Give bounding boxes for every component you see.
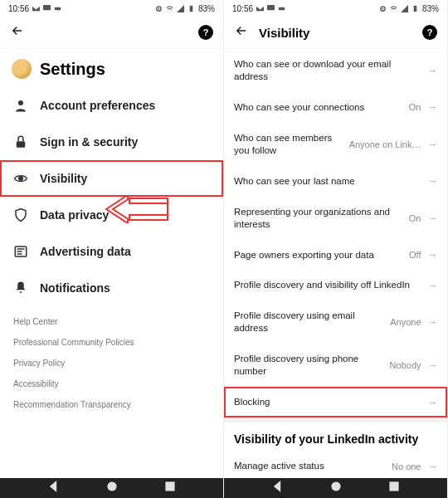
row-value: On [409,213,421,223]
nav-label: Data privacy [40,208,109,222]
help-icon[interactable]: ? [422,25,437,40]
row-representing-orgs[interactable]: Representing your organizations and inte… [224,197,447,240]
row-blocking[interactable]: Blocking → [224,387,447,417]
row-discovery-email[interactable]: Profile discovery using email address An… [224,300,447,344]
row-value: No one [392,461,421,471]
chevron-right-icon: → [428,398,438,408]
more-icon [278,5,285,12]
row-page-owners-export[interactable]: Page owners exporting your data Off → [224,240,447,271]
chat-icon [267,5,275,12]
svg-rect-10 [166,481,175,491]
back-icon[interactable] [234,23,249,42]
settings-content: Settings Account preferences Sign in & s… [0,49,223,478]
status-bar: 10:56 83% [0,0,223,17]
chevron-right-icon: → [428,66,438,76]
chevron-right-icon: → [428,360,438,370]
link-privacy-policy[interactable]: Privacy Policy [13,353,210,374]
circle-icon [379,5,387,12]
status-bar: 10:56 83% [224,0,447,17]
battery-pct: 83% [422,4,439,13]
nav-item-advertising-data[interactable]: Advertising data [0,233,223,270]
person-icon [13,98,28,113]
row-discovery-off-linkedin[interactable]: Profile discovery and visibility off Lin… [224,270,447,300]
chevron-right-icon: → [428,281,438,290]
row-label: Profile discovery using email address [234,310,383,334]
nav-recents-icon[interactable] [388,481,400,496]
row-value: Off [409,250,421,260]
row-discovery-phone[interactable]: Profile discovery using phone number Nob… [224,344,447,387]
wifi-icon [166,5,173,12]
nav-item-visibility[interactable]: Visibility [0,160,223,197]
back-icon[interactable] [10,23,25,42]
link-accessibility[interactable]: Accessibility [13,374,210,394]
battery-icon [411,5,419,12]
row-value: Anyone [390,317,421,327]
row-label: Page owners exporting your data [234,249,402,261]
row-value: On [409,102,421,112]
row-label: Who can see members you follow [234,132,343,157]
nav-back-icon[interactable] [47,481,59,496]
nav-label: Sign in & security [40,135,138,149]
avatar[interactable] [12,59,32,79]
wifi-icon [390,5,397,12]
chevron-right-icon: → [428,213,438,223]
row-label: Who can see your last name [234,175,415,188]
row-last-name[interactable]: Who can see your last name → [224,166,447,197]
svg-point-14 [382,7,384,9]
page-title: Visibility [259,26,309,40]
nav-home-icon[interactable] [330,481,342,496]
footer-links: Help Center Professional Community Polic… [0,306,223,423]
svg-point-9 [107,481,116,491]
nav-recents-icon[interactable] [164,481,176,496]
row-value: Anyone on Link… [349,139,421,149]
svg-rect-0 [43,5,51,10]
status-time: 10:56 [8,4,29,13]
link-help-center[interactable]: Help Center [13,311,210,332]
nav-back-icon[interactable] [271,481,283,496]
row-label: Profile discovery using phone number [234,353,383,378]
row-label: Profile discovery and visibility off Lin… [234,279,415,291]
nav-home-icon[interactable] [106,481,118,496]
more-icon [54,5,61,12]
android-nav [0,478,223,498]
svg-rect-15 [414,5,417,11]
chevron-right-icon: → [428,317,438,327]
chevron-right-icon: → [428,250,438,260]
link-community-policies[interactable]: Professional Community Policies [13,332,210,353]
row-connections[interactable]: Who can see your connections On → [224,92,447,123]
row-label: Manage active status [234,460,385,472]
gmail-icon [256,5,264,12]
signal-icon [401,5,408,12]
phone-right: 10:56 83% Visibility ? Who can see or do… [224,0,448,498]
nav-item-notifications[interactable]: Notifications [0,270,223,306]
row-members-follow[interactable]: Who can see members you follow Anyone on… [224,123,447,166]
svg-point-3 [158,7,160,9]
nav-label: Advertising data [40,245,131,258]
help-icon[interactable]: ? [198,25,213,40]
svg-rect-17 [390,481,399,491]
section-title: Visibility of your LinkedIn activity [224,422,447,451]
chevron-right-icon: → [428,139,438,149]
row-email-address[interactable]: Who can see or download your email addre… [224,49,447,92]
news-icon [13,244,28,259]
svg-rect-11 [267,5,275,10]
nav-label: Account preferences [40,99,155,112]
svg-point-16 [331,481,340,491]
lock-icon [13,134,28,149]
annotation-arrow [103,195,169,223]
status-time: 10:56 [232,4,253,13]
nav-item-sign-in-security[interactable]: Sign in & security [0,124,223,160]
visibility-content: Who can see or download your email addre… [224,49,447,478]
chevron-right-icon: → [428,461,438,471]
svg-rect-4 [190,5,193,11]
circle-icon [155,5,163,12]
gmail-icon [32,5,40,12]
android-nav [224,478,447,498]
svg-rect-12 [279,7,285,10]
app-bar: Visibility ? [224,17,447,49]
row-active-status[interactable]: Manage active status No one → [224,451,447,478]
row-label: Representing your organizations and inte… [234,206,402,231]
link-recommendation-transparency[interactable]: Recommendation Transparency [13,394,210,415]
nav-item-account-preferences[interactable]: Account preferences [0,87,223,124]
chevron-right-icon: → [428,102,438,112]
